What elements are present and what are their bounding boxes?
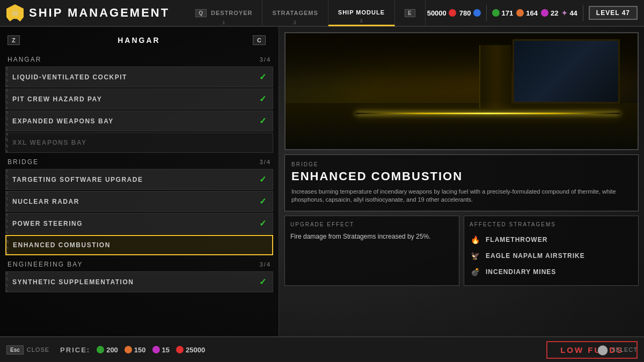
resource-extra: ✦ 44 [561,9,577,17]
flamethrower-label: FLAMETHROWER [486,236,547,243]
price-pink-value: 15 [162,346,170,354]
left-stripe [6,236,9,254]
close-label: CLOSE [27,346,49,353]
panel-key-z[interactable]: Z [8,35,20,45]
item-pit-crew-label: PIT CREW HAZARD PAY [12,95,102,103]
upgrade-details: UPGRADE EFFECT Fire damage from Stratage… [284,216,639,286]
price-red-icon [176,346,184,353]
section-engineering: ENGINEERING BAY 3/4 [5,256,273,270]
resource-req1: 50000 [427,9,456,17]
item-liquid-cockpit-label: LIQUID-VENTILATED COCKPIT [12,73,127,81]
tab-stratagems-num: 2 [294,20,297,25]
upgrade-category: BRIDGE [291,161,632,167]
resource-orange: 164 [516,9,538,17]
eagle-napalm-icon: 🦅 [470,250,481,262]
price-green-icon [97,346,104,353]
item-expanded-weapons[interactable]: EXPANDED WEAPONS BAY ✓ [5,110,273,131]
ship-image [284,32,639,150]
price-red: 25000 [176,346,205,354]
tab-destroyer-label: DESTROYER [211,10,252,16]
ship-window [513,39,620,104]
extra-value: 44 [569,9,577,17]
section-hangar-label: HANGAR [8,56,41,63]
orange-icon [516,9,524,17]
item-nuclear-radar-check: ✓ [259,196,266,206]
tab-ship-module-label: SHIP MODULE [338,9,385,16]
ship-floor [286,103,638,149]
item-nuclear-radar-label: NUCLEAR RADAR [12,198,79,205]
left-panel: Z HANGAR C HANGAR 3/4 LIQUID-VENTILATED … [0,27,279,336]
effect-text: Fire damage from Stratagems increased by… [290,232,453,241]
item-enhanced-combustion[interactable]: ENHANCED COMBUSTION [5,235,273,255]
req2-icon [473,9,481,17]
resource-req2: 780 [459,9,481,17]
resource-divider2 [583,5,583,21]
ship-lights [356,113,620,114]
select-label: SELECT [611,346,638,353]
price-pink: 15 [152,346,170,354]
left-stripe [6,213,8,233]
right-panel: BRIDGE ENHANCED COMBUSTION Increases bur… [279,27,644,336]
item-power-steering-check: ✓ [259,218,266,228]
select-icon: ⬤ [597,344,608,356]
resource-green: 171 [492,9,514,17]
resources: 50000 780 171 164 22 ✦ 44 [427,5,638,21]
ship-image-inner [286,33,638,149]
menu-items: HANGAR 3/4 LIQUID-VENTILATED COCKPIT ✓ P… [0,51,279,331]
flamethrower-icon: 🔥 [470,234,481,246]
resource-pink: 22 [541,9,558,17]
left-stripe [6,191,8,211]
price-label: PRICE: [60,346,90,354]
pink-icon [541,9,548,17]
eagle-napalm-label: EAGLE NAPALM AIRSTRIKE [486,252,585,260]
price-orange-icon [125,346,132,353]
price-green-value: 200 [106,346,118,354]
item-pit-crew[interactable]: PIT CREW HAZARD PAY ✓ [5,88,273,109]
section-hangar-count: 3/4 [260,56,271,63]
panel-key-c[interactable]: C [253,35,266,45]
price-green: 200 [97,346,118,354]
left-stripe [6,89,8,109]
orange-value: 164 [526,9,538,17]
page-title: SHIP MANAGEMENT [29,6,170,20]
green-icon [492,9,500,17]
price-pink-icon [152,346,160,353]
bottom-bar: Esc CLOSE PRICE: 200 150 15 25000 LOW F [0,336,644,362]
item-expanded-weapons-check: ✓ [259,116,266,126]
pink-value: 22 [551,9,558,17]
item-nuclear-radar[interactable]: NUCLEAR RADAR ✓ [5,191,273,212]
section-bridge-count: 3/4 [260,159,271,165]
item-power-steering[interactable]: POWER STEERING ✓ [5,213,273,234]
item-targeting-check: ✓ [259,174,266,184]
item-targeting[interactable]: TARGETING SOFTWARE UPGRADE ✓ [5,169,273,190]
panel-title: HANGAR [25,36,253,45]
item-synthetic-check: ✓ [259,277,266,287]
tab-ship-module-num: 3 [360,18,363,24]
tab-e[interactable]: E [395,0,426,26]
price-orange-value: 150 [134,346,146,354]
stratagem-eagle-napalm: 🦅 EAGLE NAPALM AIRSTRIKE [470,248,633,264]
section-engineering-label: ENGINEERING BAY [8,261,83,268]
item-synthetic[interactable]: SYNTHETIC SUPPLEMENTATION ✓ [5,271,273,292]
tab-ship-module[interactable]: SHIP MODULE 3 [328,0,395,26]
tab-stratagems-label: STRATAGEMS [272,10,318,16]
item-liquid-cockpit[interactable]: LIQUID-VENTILATED COCKPIT ✓ [5,67,273,87]
item-xxl-weapons[interactable]: XXL WEAPONS BAY [5,132,273,153]
incendiary-mines-icon: 💣 [470,266,481,278]
extra-icon: ✦ [561,9,567,17]
left-stripe [6,111,8,131]
left-stripe [6,67,8,87]
level-badge: Level 47 [589,6,638,20]
item-liquid-cockpit-check: ✓ [259,72,266,82]
esc-key[interactable]: Esc [6,345,24,354]
item-targeting-label: TARGETING SOFTWARE UPGRADE [12,176,143,183]
tab-stratagems[interactable]: STRATAGEMS 2 [262,0,328,26]
section-engineering-count: 3/4 [260,261,271,268]
section-hangar: HANGAR 3/4 [5,51,273,65]
affected-stratagems-panel: AFFECTED STRATAGEMS 🔥 FLAMETHROWER 🦅 EAG… [464,216,639,286]
price-red-value: 25000 [186,346,205,354]
tab-destroyer[interactable]: Q DESTROYER 1 [186,0,262,26]
item-synthetic-label: SYNTHETIC SUPPLEMENTATION [12,278,134,286]
effect-title: UPGRADE EFFECT [290,221,453,227]
tab-destroyer-num: 1 [222,20,225,25]
